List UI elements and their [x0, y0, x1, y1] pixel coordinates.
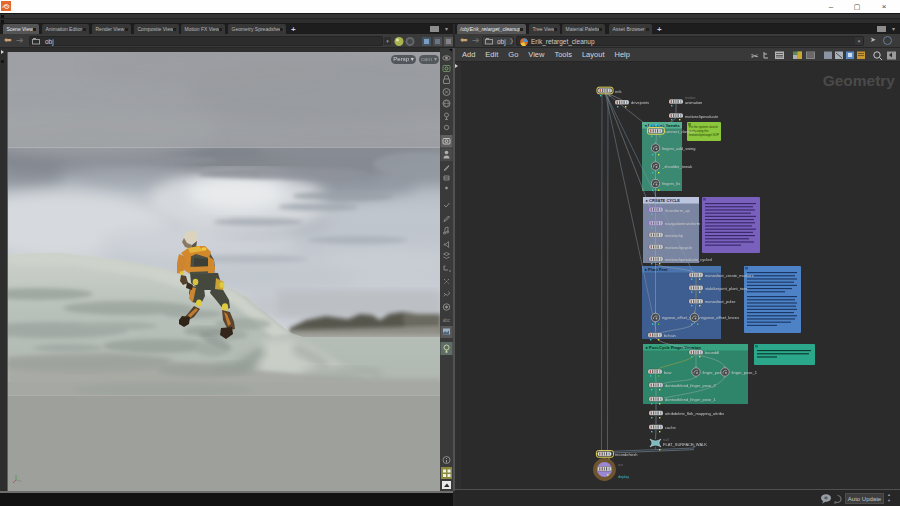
- svg-text:_shoulder_tweak: _shoulder_tweak: [661, 164, 692, 169]
- svg-text:display: display: [618, 475, 629, 479]
- svg-text:rigpose_offset_knees: rigpose_offset_knees: [701, 315, 739, 320]
- svg-text:connect_clavicle: connect_clavicle: [665, 129, 695, 134]
- svg-text:✂: ✂: [751, 51, 759, 61]
- svg-text:monosfoot_pulse: monosfoot_pulse: [705, 299, 736, 304]
- svg-text:▸ CREATE CYCLE: ▸ CREATE CYCLE: [645, 198, 680, 203]
- svg-text:cache: cache: [665, 425, 676, 430]
- svg-text:/transform_up: /transform_up: [665, 208, 690, 213]
- svg-text:dontoutblend_finger_pose_2: dontoutblend_finger_pose_2: [665, 383, 716, 388]
- svg-text:motionclipevaluate: motionclipevaluate: [685, 114, 719, 119]
- svg-text:animation: animation: [685, 100, 702, 105]
- svg-text:erik: erik: [615, 89, 621, 94]
- svg-text:drivejoints: drivejoints: [631, 100, 649, 105]
- svg-text:finger_pose_1: finger_pose_1: [732, 370, 758, 375]
- svg-text:motionclipcycle: motionclipcycle: [665, 245, 693, 250]
- svg-text:fingers_fix: fingers_fix: [662, 181, 680, 186]
- svg-text:dontoutblend_finger_pose_1: dontoutblend_finger_pose_1: [665, 397, 716, 402]
- svg-text:navigationtransform: navigationtransform: [665, 221, 701, 226]
- svg-text:attribdelete_fbik_mapping_attr: attribdelete_fbik_mapping_attribs: [665, 411, 724, 416]
- svg-text:Geometry: Geometry: [823, 72, 896, 89]
- svg-text:recordefresh: recordefresh: [615, 452, 637, 457]
- svg-text:abc: abc: [443, 318, 451, 323]
- svg-text:motionclipevaluate_cycled: motionclipevaluate_cycled: [665, 257, 712, 262]
- svg-text:bow: bow: [664, 370, 671, 375]
- svg-text:bounddl: bounddl: [705, 350, 719, 355]
- svg-text:fingers_add_swing: fingers_add_swing: [662, 146, 695, 151]
- svg-text:stabilizejoint_plant_toes: stabilizejoint_plant_toes: [705, 286, 747, 291]
- svg-text:▸ Plant Feet: ▸ Plant Feet: [644, 267, 668, 272]
- svg-text:bchain: bchain: [664, 333, 676, 338]
- svg-text:monosfoot_create_markers: monosfoot_create_markers: [705, 273, 754, 278]
- svg-text:out: out: [618, 463, 623, 467]
- svg-text:motionclip: motionclip: [665, 233, 684, 238]
- svg-text:FLAT_SURFACE_WALK: FLAT_SURFACE_WALK: [663, 442, 707, 447]
